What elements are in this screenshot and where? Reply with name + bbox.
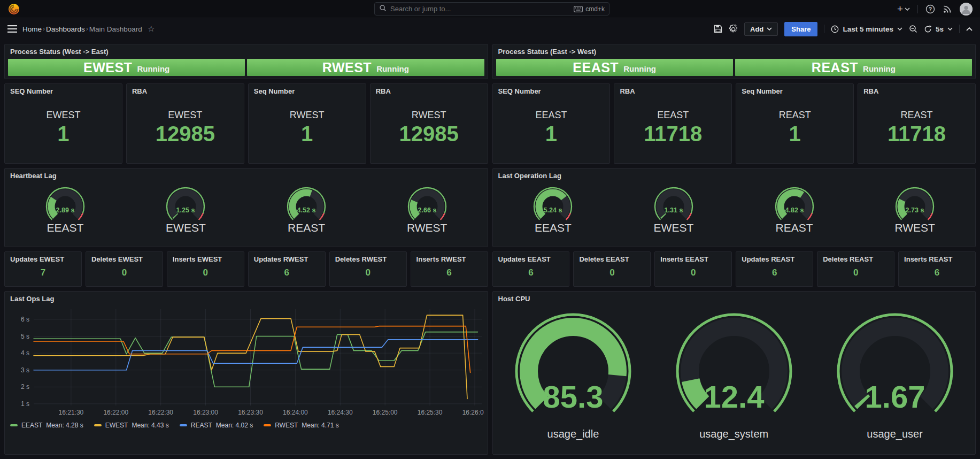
stat-value: 1 bbox=[57, 123, 69, 144]
gauge-arc: 85.3 bbox=[493, 305, 653, 429]
panel-updates-reast: Updates REAST6 bbox=[736, 251, 813, 287]
process-status-reast[interactable]: REASTRunning bbox=[735, 59, 972, 76]
breadcrumb-item-home[interactable]: Home bbox=[22, 25, 42, 33]
search-field[interactable] bbox=[390, 5, 570, 13]
search-shortcut: cmd+k bbox=[574, 5, 605, 13]
svg-text:1 s: 1 s bbox=[21, 400, 29, 408]
svg-text:5.24 s: 5.24 s bbox=[544, 206, 562, 214]
gauge-arc: 2.89 s bbox=[25, 182, 105, 224]
panel-stat-ewest: SEQ NumberEWEST1 bbox=[4, 83, 122, 164]
stat-body: 0 bbox=[574, 264, 650, 286]
breadcrumb-item-main-dashboard: Main Dashboard bbox=[89, 25, 142, 33]
panel-title[interactable]: Updates RWEST bbox=[249, 252, 325, 264]
process-status-eeast[interactable]: EEASTRunning bbox=[496, 59, 733, 76]
gauge-label: EWEST bbox=[166, 221, 206, 234]
refresh-picker[interactable]: 5s bbox=[924, 25, 953, 33]
panel-title[interactable]: Deletes EWEST bbox=[86, 252, 163, 264]
stat-value: 1 bbox=[301, 123, 313, 144]
panel-title[interactable]: Seq Number bbox=[736, 84, 853, 96]
stat-value: 0 bbox=[853, 267, 858, 278]
gauge-arc: 2.66 s bbox=[387, 182, 467, 224]
zoom-out-icon[interactable] bbox=[909, 25, 917, 33]
panel-title[interactable]: Updates EWEST bbox=[5, 252, 81, 264]
user-avatar[interactable] bbox=[960, 3, 973, 16]
legend-series-name: REAST bbox=[191, 422, 212, 429]
panel-process-status-west: Process Status (West -> East) EWESTRunni… bbox=[4, 44, 488, 79]
news-icon[interactable] bbox=[943, 4, 952, 14]
panel-title[interactable]: Process Status (West -> East) bbox=[5, 44, 488, 57]
legend-item-ewest[interactable]: EWESTMean: 4.43 s bbox=[94, 422, 169, 429]
new-menu-button[interactable]: + bbox=[897, 4, 910, 14]
stat-body: RWEST1 bbox=[249, 96, 366, 163]
svg-text:16:23:30: 16:23:30 bbox=[238, 409, 263, 416]
save-dashboard-icon[interactable] bbox=[714, 25, 722, 33]
svg-text:16:24:30: 16:24:30 bbox=[328, 409, 353, 416]
legend-item-eeast[interactable]: EEASTMean: 4.28 s bbox=[10, 422, 83, 429]
stat-value: 0 bbox=[609, 267, 614, 278]
cpu-gauge-usage_user: 1.67 usage_user bbox=[815, 305, 975, 440]
panel-title[interactable]: Updates REAST bbox=[736, 252, 813, 264]
panel-title[interactable]: Host CPU bbox=[493, 292, 976, 304]
panel-title[interactable]: SEQ Number bbox=[5, 84, 122, 96]
panel-title[interactable]: Inserts REAST bbox=[899, 252, 975, 264]
stat-value: 11718 bbox=[888, 123, 946, 144]
chevron-down-icon bbox=[897, 27, 902, 30]
favorite-star-icon[interactable]: ☆ bbox=[148, 24, 155, 34]
panel-title[interactable]: Inserts RWEST bbox=[411, 252, 488, 264]
stat-body: RWEST12985 bbox=[371, 96, 488, 163]
panel-title[interactable]: SEQ Number bbox=[493, 84, 610, 96]
stat-body: 0 bbox=[86, 264, 163, 286]
time-range-picker[interactable]: Last 5 minutes bbox=[831, 25, 902, 33]
stat-body: REAST1 bbox=[736, 96, 853, 163]
panel-last-ops-lag: Last Ops Lag 1 s2 s3 s4 s5 s6 s16:21:301… bbox=[4, 291, 488, 455]
gauge-arc: 1.31 s bbox=[634, 182, 714, 224]
grafana-logo[interactable] bbox=[7, 3, 20, 16]
gauge-label: usage_user bbox=[867, 428, 923, 440]
dashboard-settings-icon[interactable] bbox=[729, 25, 738, 34]
panel-title[interactable]: Seq Number bbox=[249, 84, 366, 96]
timeseries-chart[interactable]: 1 s2 s3 s4 s5 s6 s16:21:3016:22:0016:22:… bbox=[5, 304, 488, 420]
legend-mean-value: Mean: 4.02 s bbox=[216, 422, 253, 429]
share-button[interactable]: Share bbox=[784, 22, 817, 36]
panel-title[interactable]: Inserts EWEST bbox=[167, 252, 244, 264]
panel-title[interactable]: Heartbeat Lag bbox=[5, 169, 488, 181]
legend-series-name: EEAST bbox=[21, 422, 42, 429]
search-input[interactable]: cmd+k bbox=[374, 2, 609, 16]
add-button[interactable]: Add bbox=[744, 22, 778, 36]
panel-title[interactable]: Deletes REAST bbox=[817, 252, 894, 264]
panel-title[interactable]: RBA bbox=[371, 84, 488, 96]
breadcrumb-separator: › bbox=[43, 25, 45, 33]
panel-title[interactable]: Inserts EEAST bbox=[655, 252, 731, 264]
gauge-arc: 4.52 s bbox=[266, 182, 346, 224]
panel-title[interactable]: RBA bbox=[614, 84, 731, 96]
svg-text:2.73 s: 2.73 s bbox=[906, 206, 924, 214]
panel-inserts-reast: Inserts REAST6 bbox=[898, 251, 976, 287]
panel-title[interactable]: Last Operation Lag bbox=[493, 169, 976, 181]
legend-mean-value: Mean: 4.71 s bbox=[302, 422, 338, 429]
panel-title[interactable]: RBA bbox=[858, 84, 975, 96]
stat-series-label: EEAST bbox=[657, 110, 689, 121]
panel-title[interactable]: Updates EEAST bbox=[493, 252, 569, 264]
chevron-down-icon bbox=[947, 27, 953, 30]
panel-last-operation-lag: Last Operation Lag 5.24 s EEAST 1.31 s E… bbox=[492, 168, 976, 247]
legend-item-reast[interactable]: REASTMean: 4.02 s bbox=[180, 422, 253, 429]
collapse-toolbar-icon[interactable] bbox=[966, 27, 973, 31]
process-name: EWEST bbox=[83, 60, 132, 75]
panel-stat-ewest: RBAEWEST12985 bbox=[126, 83, 244, 164]
gauge-arc: 2.73 s bbox=[875, 182, 955, 224]
panel-title[interactable]: Last Ops Lag bbox=[5, 292, 488, 304]
updates-west: Updates EWEST7Deletes EWEST0Inserts EWES… bbox=[4, 251, 488, 287]
help-icon[interactable]: ? bbox=[925, 4, 935, 14]
process-status-ewest[interactable]: EWESTRunning bbox=[8, 59, 245, 76]
stat-body: 6 bbox=[249, 264, 325, 286]
legend-item-rwest[interactable]: RWESTMean: 4.71 s bbox=[264, 422, 339, 429]
process-status-rwest[interactable]: RWESTRunning bbox=[247, 59, 484, 76]
panel-title[interactable]: Deletes EEAST bbox=[574, 252, 650, 264]
menu-toggle-icon[interactable] bbox=[7, 25, 17, 33]
svg-text:1.25 s: 1.25 s bbox=[176, 206, 195, 214]
panel-title[interactable]: Process Status (East -> West) bbox=[493, 44, 976, 57]
panel-title[interactable]: Deletes RWEST bbox=[330, 252, 406, 264]
breadcrumb-item-dashboards[interactable]: Dashboards bbox=[46, 25, 85, 33]
breadcrumb-separator: › bbox=[86, 25, 88, 33]
panel-title[interactable]: RBA bbox=[127, 84, 244, 96]
